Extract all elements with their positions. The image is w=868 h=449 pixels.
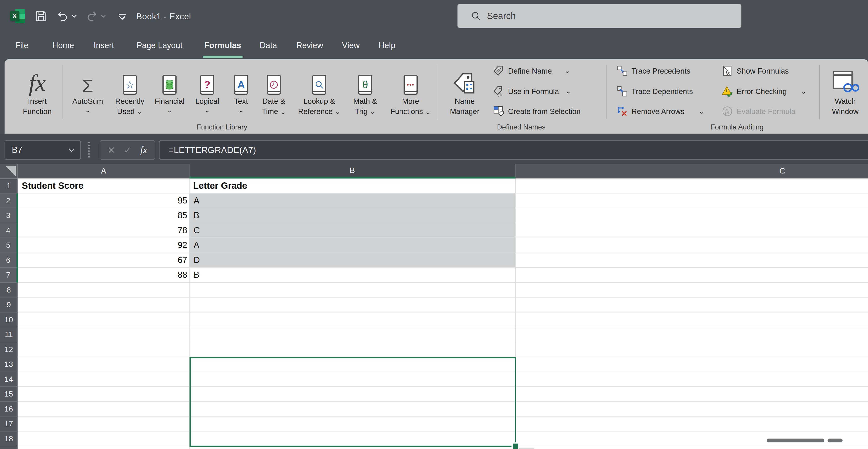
save-button[interactable] — [34, 9, 48, 23]
cell-B6[interactable]: D — [189, 253, 516, 268]
horizontal-scrollbar-end[interactable] — [828, 439, 842, 442]
cell-B9[interactable] — [189, 297, 516, 313]
search-box[interactable]: Search — [457, 4, 741, 28]
financial-button[interactable]: Financial ⌄ — [147, 62, 192, 122]
column-header-C[interactable]: C — [516, 164, 868, 179]
tab-page-layout[interactable]: Page Layout — [136, 33, 182, 59]
row-header-1[interactable]: 1 — [0, 179, 18, 193]
evaluate-formula-button[interactable]: fx Evaluate Formula — [722, 102, 796, 120]
cell-C14[interactable] — [516, 372, 868, 387]
more-functions-button[interactable]: ••• More Functions ⌄ — [384, 62, 437, 122]
math-trig-button[interactable]: θ Math & Trig ⌄ — [345, 62, 385, 122]
tab-help[interactable]: Help — [378, 33, 395, 59]
row-header-13[interactable]: 13 — [0, 357, 18, 372]
row-header-6[interactable]: 6 — [0, 253, 18, 268]
cell-B13[interactable] — [189, 357, 516, 372]
tab-review[interactable]: Review — [296, 33, 323, 59]
cell-B10[interactable] — [189, 313, 516, 327]
row-header-16[interactable]: 16 — [0, 402, 18, 417]
cell-C6[interactable] — [516, 253, 868, 268]
cell-A[interactable] — [18, 446, 189, 449]
cell-A14[interactable] — [18, 372, 189, 387]
cell-A8[interactable] — [18, 283, 189, 298]
use-in-formula-button[interactable]: fx Use in Formula ⌄ — [493, 82, 571, 100]
tab-formulas[interactable]: Formulas — [204, 33, 241, 59]
cell-C13[interactable] — [516, 357, 868, 372]
text-button[interactable]: A Text ⌄ — [225, 62, 257, 122]
cell-B5[interactable]: A — [189, 238, 516, 253]
cell-A18[interactable] — [18, 431, 189, 447]
column-header-B[interactable]: B — [189, 164, 516, 179]
cell-C9[interactable] — [516, 297, 868, 313]
cell-B3[interactable]: B — [189, 208, 516, 223]
lookup-reference-button[interactable]: Lookup & Reference ⌄ — [291, 62, 348, 122]
cell-A13[interactable] — [18, 357, 189, 372]
cell-B2[interactable]: A — [189, 193, 516, 209]
cell-C[interactable] — [516, 446, 868, 449]
cell-A6[interactable]: 67 — [18, 253, 189, 268]
name-box[interactable]: B7 — [4, 140, 81, 160]
cell-C15[interactable] — [516, 387, 868, 402]
formula-input[interactable]: =LETTERGRADE(A7) — [159, 140, 868, 160]
row-header-2[interactable]: 2 — [0, 193, 18, 209]
show-formulas-button[interactable]: fx Show Formulas — [722, 62, 789, 80]
row-header-4[interactable]: 4 — [0, 223, 18, 238]
cell-C12[interactable] — [516, 342, 868, 357]
define-name-button[interactable]: Define Name ⌄ — [493, 62, 570, 80]
insert-function-button[interactable]: fx Insert Function — [13, 62, 61, 122]
cell-C1[interactable] — [516, 179, 868, 193]
formula-bar-grip[interactable] — [88, 142, 90, 158]
confirm-entry-button[interactable]: ✓ — [122, 145, 133, 156]
row-header-3[interactable]: 3 — [0, 208, 18, 223]
select-all-button[interactable] — [0, 164, 18, 179]
insert-function-fx-button[interactable]: fx — [139, 144, 149, 156]
cancel-entry-button[interactable]: ✕ — [106, 145, 117, 156]
cell-C16[interactable] — [516, 402, 868, 417]
row-header-12[interactable]: 12 — [0, 342, 18, 357]
cell-C7[interactable] — [516, 268, 868, 283]
tab-insert[interactable]: Insert — [94, 33, 114, 59]
remove-arrows-button[interactable]: Remove Arrows ⌄ — [616, 102, 704, 120]
cell-B16[interactable] — [189, 402, 516, 417]
cell-A7[interactable]: 88 — [18, 268, 189, 283]
cell-A3[interactable]: 85 — [18, 208, 189, 223]
cell-B17[interactable] — [189, 417, 516, 431]
cell-A10[interactable] — [18, 313, 189, 327]
create-from-selection-button[interactable]: Create from Selection — [493, 102, 581, 120]
cell-B4[interactable]: C — [189, 223, 516, 238]
cell-A11[interactable] — [18, 327, 189, 342]
cell-A12[interactable] — [18, 342, 189, 357]
cell-C8[interactable] — [516, 283, 868, 298]
horizontal-scrollbar-thumb[interactable] — [767, 439, 825, 442]
cell-A1[interactable]: Student Score — [18, 179, 189, 193]
tab-view[interactable]: View — [342, 33, 360, 59]
cell-B15[interactable] — [189, 387, 516, 402]
tab-data[interactable]: Data — [260, 33, 277, 59]
cell-C2[interactable] — [516, 193, 868, 209]
cell-C3[interactable] — [516, 208, 868, 223]
cell-B[interactable] — [189, 446, 516, 449]
trace-dependents-button[interactable]: Trace Dependents — [616, 82, 693, 100]
row-header-5[interactable]: 5 — [0, 238, 18, 253]
row-header-18[interactable]: 18 — [0, 431, 18, 447]
cell-A16[interactable] — [18, 402, 189, 417]
row-header-17[interactable]: 17 — [0, 417, 18, 431]
row-header-11[interactable]: 11 — [0, 327, 18, 342]
cell-A15[interactable] — [18, 387, 189, 402]
cell-B7[interactable]: B — [189, 268, 516, 283]
tab-file[interactable]: File — [15, 33, 28, 59]
fill-handle[interactable] — [512, 442, 519, 449]
cell-B11[interactable] — [189, 327, 516, 342]
tab-home[interactable]: Home — [52, 33, 74, 59]
cell-C4[interactable] — [516, 223, 868, 238]
cell-A9[interactable] — [18, 297, 189, 313]
trace-precedents-button[interactable]: Trace Precedents — [616, 62, 690, 80]
cell-A2[interactable]: 95 — [18, 193, 189, 209]
cell-C11[interactable] — [516, 327, 868, 342]
date-time-button[interactable]: Date & Time ⌄ — [254, 62, 293, 122]
excel-app-icon[interactable]: X — [10, 8, 26, 24]
cell-B8[interactable] — [189, 283, 516, 298]
undo-button[interactable] — [56, 9, 78, 23]
cell-C10[interactable] — [516, 313, 868, 327]
cell-B18[interactable] — [189, 431, 516, 447]
